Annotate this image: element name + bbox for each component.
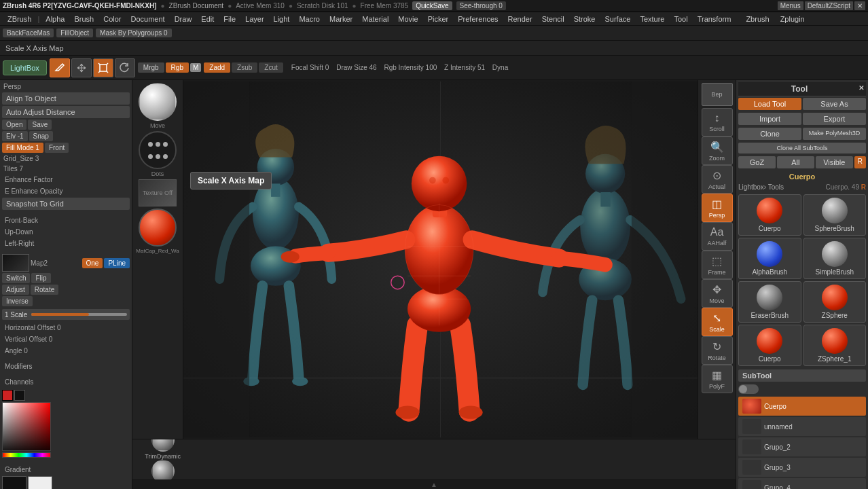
color-gradient-picker[interactable] [2,402,51,451]
menu-item-picker[interactable]: Picker [423,14,454,24]
color-swatch-black[interactable] [14,390,25,401]
all-btn[interactable]: All [777,156,814,168]
menu-item-draw[interactable]: Draw [170,14,197,24]
menu-item-edit[interactable]: Edit [196,14,219,24]
brush-card-eraser[interactable]: EraserBrush [738,281,801,323]
texture-off[interactable]: Texture Off [139,179,177,206]
rotate-btn2[interactable]: Rotate [31,285,58,295]
vert-offset-btn[interactable]: Vertical Offset 0 [2,334,130,344]
nav-left[interactable]: ▲ [431,481,437,488]
quicksave-btn[interactable]: QuickSave [412,1,452,10]
angle-btn[interactable]: Angle 0 [2,346,130,356]
fillobject-btn[interactable]: FillObject [56,29,93,37]
r-btn[interactable]: R [854,156,866,168]
rt-btn-frame[interactable]: ⬚Frame [702,251,733,279]
menu-item-stroke[interactable]: Stroke [569,14,600,24]
brush-item-4[interactable]: TrimDynamic [139,439,186,460]
close-icon[interactable]: ✕ [858,84,864,92]
hue-slider[interactable] [2,452,51,458]
color-swatch-red[interactable] [2,390,13,401]
save-btn[interactable]: Save [28,120,52,130]
load-tool-btn[interactable]: Load Tool [738,98,801,110]
rt-btn-polyf[interactable]: ▦PolyF [702,365,733,393]
rt-btn-scroll[interactable]: ↕Scroll [702,108,733,137]
backfacemas-btn[interactable]: BackFaceMas [3,29,54,37]
menu-item-alpha[interactable]: Alpha [41,14,69,24]
menu-item-tool[interactable]: Tool [669,14,692,24]
rt-btn-aahalf[interactable]: AaAAHalf [702,222,733,251]
brush-card-simple[interactable]: SimpleBrush [803,238,867,279]
one-btn[interactable]: One [82,258,103,268]
edit-btn[interactable] [50,58,70,77]
menu-item-preferences[interactable]: Preferences [453,14,503,24]
save-as-btn[interactable]: Save As [803,98,866,110]
subtool-grupo2[interactable]: Grupo_2 [738,437,866,456]
zsub-btn[interactable]: Zsub [232,62,257,73]
menu-item-macro[interactable]: Macro [294,14,325,24]
canvas-area[interactable]: Scale X Axis Map [183,80,698,439]
rt-btn-move[interactable]: ✥Move [702,279,733,308]
snapshot-grid-btn[interactable]: Snapshot To Grid [2,198,130,210]
rgb-btn[interactable]: Rgb [166,62,189,73]
import-btn[interactable]: Import [738,113,801,125]
visible-btn[interactable]: Visible [816,156,853,168]
menu-item-layer[interactable]: Layer [240,14,269,24]
switch-btn[interactable]: Switch [2,273,30,283]
enhance-opacity-btn[interactable]: E Enhance Opacity [2,186,130,196]
bep-btn[interactable]: Bep [702,83,733,106]
brush-card-zsphere1[interactable]: ZSphere_1 [803,325,867,366]
lightbox-tools-label[interactable]: Lightbox› Tools [738,183,784,191]
adjust-btn[interactable]: Adjust [2,285,29,295]
tab-zplugin[interactable]: Zplugin [776,14,810,24]
subtool-title[interactable]: SubTool [738,369,866,382]
rt-btn-actual[interactable]: ⊙Actual [702,165,733,194]
scale-slider-container[interactable]: 1 Scale [2,309,130,320]
clone-all-btn[interactable]: Clone All SubTools [738,143,866,153]
zadd-btn[interactable]: Zadd [204,62,230,73]
menu-item-movie[interactable]: Movie [393,14,422,24]
brush-card-cuerpo[interactable]: Cuerpo [738,194,801,236]
menu-item-texture[interactable]: Texture [635,14,669,24]
subtool-grupo4[interactable]: Grupo_4 [738,478,866,489]
channels-btn[interactable]: Channels [2,377,130,387]
subtool-grupo3[interactable]: Grupo_3 [738,458,866,477]
subtool-toggle[interactable] [738,384,759,394]
scale-btn[interactable] [93,58,113,77]
close-btn[interactable]: ✕ [854,1,865,10]
move-btn[interactable] [71,58,92,77]
tab-zbrush[interactable]: Zbrush [741,14,774,24]
lightbox-btn[interactable]: LightBox [3,60,47,75]
front-btn[interactable]: Front [45,143,69,153]
red-matcap-sphere[interactable] [139,209,177,247]
subtool-cuerpo[interactable]: Cuerpo [738,397,866,416]
make-polymesh-btn[interactable]: Make PolyMesh3D [803,128,866,140]
menu-item-material[interactable]: Material [357,14,393,24]
rt-btn-persp[interactable]: ◫Persp [702,194,733,222]
menu-item-transform[interactable]: Transform [693,14,736,24]
dots-tool[interactable]: Dots [139,131,177,177]
inverse-btn[interactable]: Inverse [2,296,33,306]
gradient-black[interactable] [2,476,26,489]
goz-btn[interactable]: GoZ [738,156,776,168]
menu-item-surface[interactable]: Surface [600,14,635,24]
menu-item-stencil[interactable]: Stencil [537,14,569,24]
m-badge[interactable]: M [190,63,201,72]
left-right-btn[interactable]: Left-Right [2,238,130,249]
mrgb-btn[interactable]: Mrgb [138,62,164,73]
dots-sphere[interactable] [139,131,177,169]
horiz-offset-btn[interactable]: Horizontal Offset 0 [2,323,130,333]
menu-item-light[interactable]: Light [269,14,295,24]
enhance-factor-btn[interactable]: Enhance Factor [2,175,130,185]
brush-card-zsphere[interactable]: ZSphere [803,281,867,323]
menu-item-render[interactable]: Render [503,14,537,24]
menu-zbrush[interactable]: ZBrush [3,14,36,24]
snap-btn[interactable]: Snap [29,131,53,141]
see-through-btn[interactable]: See-through 0 [456,1,506,10]
menu-item-document[interactable]: Document [126,14,170,24]
elv-btn[interactable]: Elv -1 [2,131,28,141]
open-btn[interactable]: Open [2,120,26,130]
rt-btn-rotate[interactable]: ↻Rotate [702,336,733,365]
brush-card-sphere[interactable]: SphereBrush [803,194,867,236]
move-sphere[interactable] [139,83,177,121]
menu-item-color[interactable]: Color [98,14,126,24]
